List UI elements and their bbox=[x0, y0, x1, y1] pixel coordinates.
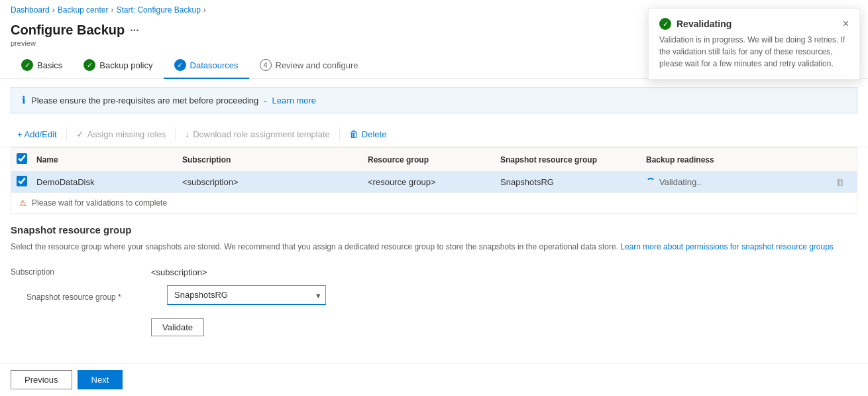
row-checkbox[interactable] bbox=[17, 176, 27, 186]
col-readiness: Backup readiness bbox=[641, 155, 830, 165]
tab-datasources[interactable]: ✓ Datasources bbox=[164, 52, 249, 79]
delete-label: Delete bbox=[362, 129, 387, 139]
warn-message: Please wait for validations to complete bbox=[32, 198, 167, 208]
table-row: DemoDataDisk <subscription> <resource gr… bbox=[11, 172, 857, 193]
datasources-table: Name Subscription Resource group Snapsho… bbox=[11, 147, 857, 214]
tab-backup-policy-label: Backup policy bbox=[99, 60, 152, 70]
tab-backup-policy-icon: ✓ bbox=[83, 59, 95, 71]
snapshot-rg-label: Snapshot resource group * bbox=[27, 289, 159, 302]
warn-row: ⚠ Please wait for validations to complet… bbox=[11, 193, 857, 213]
validating-text: Validating.. bbox=[659, 177, 701, 187]
toolbar: + Add/Edit ✓ Assign missing roles ↓ Down… bbox=[0, 121, 868, 147]
validate-btn-wrapper: Validate bbox=[151, 313, 857, 336]
snapshot-section-desc: Select the resource group where your sna… bbox=[11, 241, 857, 253]
breadcrumb-dashboard[interactable]: Dashboard bbox=[11, 5, 50, 15]
tab-review-icon: 4 bbox=[260, 59, 272, 71]
toast-body: Validation is in progress. We will be do… bbox=[659, 34, 849, 70]
tab-review-label: Review and configure bbox=[276, 60, 358, 70]
row-snapshot-rg: SnapshotsRG bbox=[495, 177, 641, 187]
validate-button[interactable]: Validate bbox=[151, 318, 204, 336]
tab-basics-icon: ✓ bbox=[21, 59, 33, 71]
row-resource-group: <resource group> bbox=[362, 177, 495, 187]
toolbar-sep-2 bbox=[175, 127, 176, 141]
info-bar: ℹ Please ensure the pre-requisites are m… bbox=[11, 87, 857, 113]
tab-review[interactable]: 4 Review and configure bbox=[249, 52, 369, 79]
snapshot-rg-form-row: Snapshot resource group * SnapshotsRG ▾ bbox=[11, 285, 857, 305]
select-all-checkbox[interactable] bbox=[17, 153, 27, 164]
row-subscription: <subscription> bbox=[177, 177, 309, 187]
previous-button[interactable]: Previous bbox=[11, 370, 72, 387]
toast-close-button[interactable]: × bbox=[843, 18, 849, 30]
assign-roles-icon: ✓ bbox=[76, 129, 84, 139]
toast-title: Revalidating bbox=[677, 19, 732, 29]
tab-backup-policy[interactable]: ✓ Backup policy bbox=[73, 52, 163, 79]
assign-roles-button[interactable]: ✓ Assign missing roles bbox=[70, 125, 173, 143]
download-icon: ↓ bbox=[185, 129, 190, 139]
snapshot-section-title: Snapshot resource group bbox=[11, 224, 857, 235]
snapshot-section: Snapshot resource group Select the resou… bbox=[0, 214, 868, 347]
col-resource-group: Resource group bbox=[362, 155, 495, 165]
warn-icon: ⚠ bbox=[19, 198, 27, 208]
assign-roles-label: Assign missing roles bbox=[87, 129, 166, 139]
subscription-value: <subscription> bbox=[151, 263, 207, 277]
download-template-button[interactable]: ↓ Download role assignment template bbox=[178, 125, 337, 143]
breadcrumb-configure-backup[interactable]: Start: Configure Backup bbox=[116, 5, 200, 15]
page-menu-icon[interactable]: ··· bbox=[130, 25, 138, 36]
table-header: Name Subscription Resource group Snapsho… bbox=[11, 148, 857, 172]
row-name: DemoDataDisk bbox=[31, 177, 177, 187]
page-title-text: Configure Backup bbox=[11, 23, 125, 38]
info-learn-more-link[interactable]: Learn more bbox=[272, 96, 316, 105]
toast-notification: ✓ Revalidating × Validation is in progre… bbox=[648, 8, 860, 80]
tab-datasources-label: Datasources bbox=[190, 60, 239, 70]
toolbar-sep-3 bbox=[339, 127, 340, 141]
required-marker: * bbox=[118, 293, 121, 302]
breadcrumb-backup-center[interactable]: Backup center bbox=[58, 5, 109, 15]
toolbar-sep-1 bbox=[66, 127, 67, 141]
tab-basics-label: Basics bbox=[37, 60, 62, 70]
info-icon: ℹ bbox=[22, 94, 26, 106]
snapshot-learn-more-link[interactable]: Learn more about permissions for snapsho… bbox=[620, 242, 834, 251]
validating-spinner bbox=[646, 178, 655, 187]
col-checkbox bbox=[11, 153, 31, 166]
info-message: Please ensure the pre-requisites are met… bbox=[31, 96, 258, 105]
col-snapshot-rg: Snapshot resource group bbox=[495, 155, 641, 165]
subscription-label: Subscription bbox=[11, 263, 143, 277]
snapshot-rg-select[interactable]: SnapshotsRG bbox=[167, 285, 326, 305]
row-delete-icon[interactable]: 🗑 bbox=[836, 177, 844, 187]
tab-datasources-icon: ✓ bbox=[174, 59, 186, 71]
row-checkbox-cell bbox=[11, 176, 31, 188]
delete-icon: 🗑 bbox=[349, 129, 358, 139]
add-edit-label: + Add/Edit bbox=[17, 129, 57, 139]
subscription-form-row: Subscription <subscription> bbox=[11, 263, 857, 277]
add-edit-button[interactable]: + Add/Edit bbox=[11, 126, 64, 143]
toast-header: ✓ Revalidating × bbox=[659, 18, 849, 30]
col-name: Name bbox=[31, 155, 177, 165]
next-button[interactable]: Next bbox=[78, 370, 123, 387]
col-subscription: Subscription bbox=[177, 155, 309, 165]
row-readiness: Validating.. bbox=[641, 177, 830, 187]
toast-check-icon: ✓ bbox=[659, 18, 671, 30]
delete-button[interactable]: 🗑 Delete bbox=[343, 125, 394, 143]
snapshot-rg-select-wrapper: SnapshotsRG ▾ bbox=[167, 285, 326, 305]
download-template-label: Download role assignment template bbox=[193, 129, 330, 139]
row-delete-action[interactable]: 🗑 bbox=[830, 177, 857, 187]
tab-basics[interactable]: ✓ Basics bbox=[11, 52, 73, 79]
footer: Previous Next bbox=[0, 363, 868, 387]
